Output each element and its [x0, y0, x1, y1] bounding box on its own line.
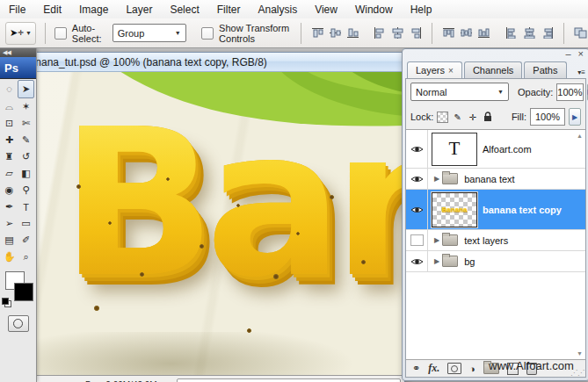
- text-layer-thumbnail[interactable]: T: [432, 133, 477, 166]
- add-layer-style-icon[interactable]: fx.: [428, 362, 439, 375]
- quick-mask-icon: [13, 319, 23, 328]
- menu-window[interactable]: Window: [346, 1, 402, 18]
- magic-wand-tool[interactable]: ✶: [18, 98, 34, 115]
- menu-filter[interactable]: Filter: [208, 1, 250, 18]
- blur-tool[interactable]: ◉: [1, 182, 18, 198]
- visibility-toggle[interactable]: [406, 190, 428, 229]
- layer-name[interactable]: Alfoart.com: [483, 144, 532, 155]
- visibility-toggle[interactable]: [406, 130, 428, 168]
- hand-tool[interactable]: ✋: [1, 249, 18, 265]
- align-top-edges-icon[interactable]: [310, 26, 325, 40]
- add-layer-mask-icon[interactable]: [447, 363, 461, 374]
- chevron-down-icon: ▼: [25, 30, 32, 36]
- show-transform-controls-checkbox[interactable]: [201, 27, 214, 40]
- layer-name[interactable]: text layers: [464, 235, 508, 246]
- align-bottom-edges-icon[interactable]: [345, 26, 360, 40]
- horizontal-scrollbar[interactable]: ∷∷: [177, 378, 401, 382]
- layer-thumbnail[interactable]: Banana: [432, 192, 477, 227]
- layer-name[interactable]: banana text: [464, 174, 515, 184]
- default-colors-icon[interactable]: [2, 298, 11, 307]
- move-tool[interactable]: ➤: [18, 80, 34, 98]
- fill-spinner-icon[interactable]: ▶: [569, 108, 581, 126]
- distribute-vertical-centers-icon[interactable]: [459, 26, 474, 40]
- dodge-tool[interactable]: ⚲: [18, 182, 34, 198]
- distribute-bottom-edges-icon[interactable]: [476, 26, 491, 40]
- menu-file[interactable]: File: [0, 1, 34, 18]
- distribute-horizontal-centers-icon[interactable]: [522, 26, 537, 40]
- healing-brush-tool[interactable]: ✚: [1, 132, 18, 148]
- lock-transparency-icon[interactable]: [437, 112, 448, 123]
- layer-row-bg[interactable]: ▶ bg: [406, 251, 585, 272]
- clone-stamp-tool[interactable]: ♜: [1, 148, 18, 165]
- brush-tool[interactable]: ✎: [18, 132, 34, 148]
- menu-analysis[interactable]: Analysis: [249, 1, 306, 18]
- expand-triangle-icon[interactable]: ▶: [434, 175, 439, 183]
- slice-tool[interactable]: ✄: [18, 115, 34, 132]
- distribute-left-edges-icon[interactable]: [505, 26, 519, 40]
- type-tool[interactable]: T: [18, 198, 34, 215]
- auto-select-scope-dropdown[interactable]: Group ▼: [113, 24, 186, 42]
- fill-value[interactable]: 100%: [530, 108, 565, 126]
- path-selection-tool[interactable]: ➢: [1, 215, 18, 232]
- menu-select[interactable]: Select: [161, 1, 207, 18]
- expand-triangle-icon[interactable]: ▶: [434, 236, 439, 244]
- tool-preset-picker[interactable]: ➤ ✛ ▼: [5, 22, 36, 45]
- menu-help[interactable]: Help: [402, 1, 441, 18]
- visibility-toggle[interactable]: [406, 230, 428, 250]
- layer-row-banana-text[interactable]: ▶ banana text: [406, 169, 585, 190]
- align-left-edges-icon[interactable]: [373, 26, 388, 40]
- layer-row-text-layers[interactable]: ▶ text layers: [406, 230, 585, 251]
- opacity-value[interactable]: 100%: [556, 83, 583, 101]
- menu-layer[interactable]: Layer: [117, 1, 161, 18]
- speckle: [330, 195, 334, 199]
- distribute-top-edges-icon[interactable]: [441, 26, 456, 40]
- expand-triangle-icon[interactable]: ▶: [434, 257, 439, 265]
- background-color-swatch[interactable]: [14, 283, 33, 301]
- tab-channels[interactable]: Channels: [464, 61, 522, 78]
- tab-close-icon[interactable]: ×: [448, 66, 454, 76]
- lasso-tool[interactable]: ⌓: [1, 98, 18, 115]
- distribute-right-edges-icon[interactable]: [540, 26, 555, 40]
- elliptical-marquee-tool[interactable]: ◌: [1, 80, 18, 97]
- layer-name[interactable]: bg: [464, 256, 475, 267]
- notes-tool[interactable]: ▤: [1, 232, 18, 249]
- panel-titlebar[interactable]: – ×: [403, 49, 588, 60]
- canvas[interactable]: Ban Ban: [17, 72, 404, 376]
- menu-edit[interactable]: Edit: [34, 1, 70, 18]
- align-horizontal-centers-icon[interactable]: [390, 26, 405, 40]
- auto-select-checkbox[interactable]: [54, 27, 67, 40]
- crop-tool[interactable]: ⊡: [1, 115, 18, 132]
- history-brush-tool[interactable]: ↺: [18, 148, 34, 165]
- align-right-edges-icon[interactable]: [408, 26, 423, 40]
- panel-menu-icon[interactable]: ▾≡: [577, 68, 585, 76]
- tab-layers[interactable]: Layers×: [407, 61, 462, 79]
- scroll-down-icon[interactable]: ▼: [577, 350, 583, 357]
- layer-name[interactable]: banana text copy: [483, 205, 562, 215]
- eraser-tool[interactable]: ▱: [1, 165, 18, 182]
- menu-view[interactable]: View: [306, 1, 346, 18]
- document-titlebar[interactable]: banana_tut.psd @ 100% (banana text copy,…: [17, 53, 404, 72]
- tab-paths[interactable]: Paths: [524, 61, 566, 78]
- new-adjustment-layer-icon[interactable]: ◑: [469, 364, 475, 374]
- lock-image-icon[interactable]: ✎: [452, 112, 463, 123]
- quick-mask-button[interactable]: [8, 315, 29, 332]
- auto-align-layers-icon[interactable]: [573, 26, 588, 40]
- visibility-toggle[interactable]: [406, 251, 428, 271]
- pen-tool[interactable]: ✒: [1, 198, 18, 215]
- visibility-toggle[interactable]: [406, 169, 428, 189]
- toolbox-collapse-button[interactable]: ◀◀: [0, 47, 36, 57]
- panel-minimize-button[interactable]: –: [565, 49, 570, 59]
- zoom-tool[interactable]: ⌕: [18, 249, 34, 265]
- link-layers-icon[interactable]: ⚭: [412, 363, 420, 374]
- layer-row-banana-text-copy[interactable]: Banana banana text copy: [406, 190, 585, 230]
- panel-close-button[interactable]: ×: [578, 49, 584, 59]
- menu-image[interactable]: Image: [70, 1, 117, 18]
- blend-mode-dropdown[interactable]: Normal ▼: [410, 83, 509, 101]
- eyedropper-tool[interactable]: ✐: [18, 232, 34, 249]
- gradient-tool[interactable]: ◧: [18, 165, 34, 182]
- layer-row-alfoart[interactable]: T Alfoart.com: [406, 130, 585, 169]
- shape-tool[interactable]: ▭: [18, 215, 34, 232]
- lock-all-icon[interactable]: [482, 112, 493, 123]
- align-vertical-centers-icon[interactable]: [328, 26, 343, 40]
- lock-position-icon[interactable]: ✛: [467, 112, 478, 123]
